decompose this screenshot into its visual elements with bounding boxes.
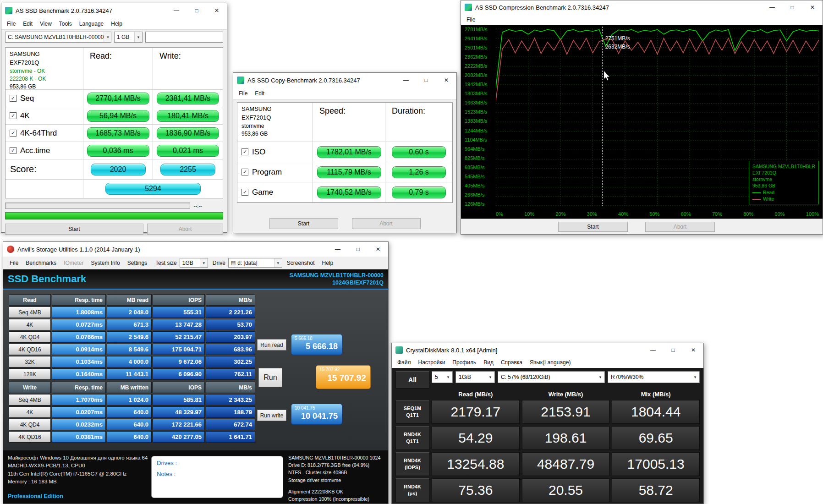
drives-notes-box[interactable]: Drives : Notes : xyxy=(151,456,283,498)
eta-progress-bar xyxy=(5,203,190,209)
column-headers: Read (MB/s) Write (MB/s) Mix (MB/s) xyxy=(395,391,700,398)
titlebar[interactable]: AS SSD Copy-Benchmark 2.0.7316.34247 — □… xyxy=(233,73,456,88)
start-button[interactable]: Start xyxy=(558,222,628,232)
x-tick-label: 0% xyxy=(496,211,503,217)
resp-time: 0.1034ms xyxy=(52,356,106,367)
menu-item[interactable]: Language xyxy=(76,19,107,29)
minimize-icon[interactable]: — xyxy=(328,242,348,257)
menu-item[interactable]: Профиль xyxy=(449,357,480,367)
menu-item[interactable]: File xyxy=(463,15,479,25)
all-button[interactable]: All xyxy=(395,371,429,389)
test-size-select[interactable]: 1 GB ▾ xyxy=(114,32,143,43)
system-info-line: MACHD-WXX9-PCB/1.13, CPU0 xyxy=(8,462,148,470)
checkbox-checked[interactable]: ✓ xyxy=(10,130,16,137)
checkbox-checked[interactable]: ✓ xyxy=(241,169,248,175)
minimize-icon[interactable]: — xyxy=(762,0,782,14)
iops: 9 672.06 xyxy=(153,356,205,367)
resp-time: 0.0914ms xyxy=(52,344,106,355)
maximize-icon[interactable]: □ xyxy=(187,3,207,18)
test-type-button[interactable]: RND4K (IOPS) xyxy=(395,452,429,476)
titlebar[interactable]: Anvil's Storage Utilities 1.1.0 (2014-Ja… xyxy=(3,242,388,257)
run-read-button[interactable]: Run read xyxy=(257,339,286,351)
read-table-row: 32K 0.1034ms 4 000.0 9 672.06 302.25 xyxy=(9,356,256,367)
menu-item[interactable]: View xyxy=(36,19,55,29)
start-button[interactable]: Start xyxy=(269,218,338,229)
minimize-icon[interactable]: — xyxy=(166,3,187,18)
checkbox-checked[interactable]: ✓ xyxy=(241,148,248,155)
menu-item[interactable]: IOmeter xyxy=(60,258,87,268)
maximize-icon[interactable]: □ xyxy=(348,242,368,257)
checkbox-checked[interactable]: ✓ xyxy=(241,189,248,196)
x-tick-label: 60% xyxy=(681,211,691,217)
menu-item[interactable]: Help xyxy=(107,19,126,29)
menu-item[interactable]: Справка xyxy=(497,357,526,367)
titlebar[interactable]: AS SSD Benchmark 2.0.7316.34247 — □ ✕ xyxy=(1,3,227,18)
run-button[interactable]: Run xyxy=(258,368,282,387)
test-size-select[interactable]: 1GB ▾ xyxy=(180,258,208,268)
settings-select[interactable]: C: 57% (68/120GiB) ▾ xyxy=(498,371,605,383)
disk-info-line: SAMSUNG MZVLB1T0HBLR-00000 1024 xyxy=(288,454,385,461)
start-button[interactable]: Start xyxy=(5,224,143,235)
y-tick-label: 1383MB/s xyxy=(465,119,495,124)
drive-select[interactable]: C: SAMSUNG MZVLB1T0HBLR-00000 ▾ xyxy=(5,32,111,43)
menu-item[interactable]: Вид xyxy=(480,357,497,367)
abort-button[interactable]: Abort xyxy=(147,224,223,235)
menu-item[interactable]: File xyxy=(6,258,22,268)
menu-item[interactable]: File xyxy=(3,19,19,29)
settings-select[interactable]: 1GiB ▾ xyxy=(455,371,495,383)
menu-item[interactable]: System Info xyxy=(87,258,123,268)
test-type-button[interactable]: RND4K (μs) xyxy=(395,478,429,502)
menu-item[interactable]: Screenshot xyxy=(283,258,318,268)
close-icon[interactable]: ✕ xyxy=(368,242,388,257)
test-type-button[interactable]: SEQ1M Q1T1 xyxy=(395,400,429,424)
maximize-icon[interactable]: □ xyxy=(663,343,683,357)
abort-button[interactable]: Abort xyxy=(645,222,715,232)
checkbox-checked[interactable]: ✓ xyxy=(10,95,16,102)
resp-time: 0.0207ms xyxy=(52,406,106,418)
maximize-icon[interactable]: □ xyxy=(416,73,436,88)
close-icon[interactable]: ✕ xyxy=(683,343,703,357)
chevron-down-icon: ▾ xyxy=(691,375,699,379)
settings-select[interactable]: 5 ▾ xyxy=(432,371,453,383)
menu-item[interactable]: Settings xyxy=(124,258,151,268)
write-table-row: 4K QD4 0.0232ms 640.0 172 221.66 672.74 xyxy=(9,419,256,430)
disk-info-line: Alignment 222208KB OK xyxy=(288,488,385,495)
menu-item[interactable]: Файл xyxy=(394,357,415,367)
minimize-icon[interactable]: — xyxy=(643,343,663,357)
edition-label: Professional Edition xyxy=(8,493,63,499)
x-tick-label: 40% xyxy=(618,211,628,217)
menu-item[interactable]: Язык(Language) xyxy=(526,357,574,367)
maximize-icon[interactable]: □ xyxy=(782,0,802,14)
write-value: 0,021 ms xyxy=(157,145,219,157)
resp-time: 1.7070ms xyxy=(52,394,106,405)
menu-item[interactable]: Edit xyxy=(251,88,268,99)
menu-item[interactable]: Help xyxy=(318,258,337,268)
menu-item[interactable]: File xyxy=(235,88,251,99)
menu-item[interactable]: Tools xyxy=(55,19,76,29)
toolbar-textbox[interactable] xyxy=(145,32,223,43)
results-table: SAMSUNG EXF7201Q stornvme - OK 222208 K … xyxy=(5,47,223,198)
minimize-icon[interactable]: — xyxy=(396,73,416,88)
checkbox-checked[interactable]: ✓ xyxy=(10,112,16,119)
menu-item[interactable]: Benchmarks xyxy=(22,258,60,268)
test-label: 32K xyxy=(9,356,51,367)
benchmark-row: RND4K (IOPS) 13254.88 48487.79 17005.13 xyxy=(395,452,700,476)
close-icon[interactable]: ✕ xyxy=(802,0,823,14)
settings-select[interactable]: R70%/W30% ▾ xyxy=(608,371,700,383)
drive-model: EXF7201Q xyxy=(10,59,79,67)
close-icon[interactable]: ✕ xyxy=(436,73,456,88)
titlebar[interactable]: AS SSD Compression-Benchmark 2.0.7316.34… xyxy=(461,0,823,14)
drive-select[interactable]: ▤ d: [data] ▾ xyxy=(228,258,282,268)
close-icon[interactable]: ✕ xyxy=(207,3,227,18)
as-ssd-compression-benchmark-window: AS SSD Compression-Benchmark 2.0.7316.34… xyxy=(461,0,823,235)
run-write-button[interactable]: Run write xyxy=(257,410,286,421)
checkbox-checked[interactable]: ✓ xyxy=(10,147,16,154)
abort-button[interactable]: Abort xyxy=(352,218,421,229)
mb-per-s: 188.79 xyxy=(206,406,255,418)
y-tick-label: 1523MB/s xyxy=(465,110,495,115)
anvil-app-icon xyxy=(7,246,14,253)
menu-item[interactable]: Настройки xyxy=(415,357,449,367)
titlebar[interactable]: CrystalDiskMark 8.0.1 x64 [Admin] — □ ✕ xyxy=(392,343,703,357)
test-type-button[interactable]: RND4K Q1T1 xyxy=(395,426,429,450)
menu-item[interactable]: Edit xyxy=(19,19,36,29)
